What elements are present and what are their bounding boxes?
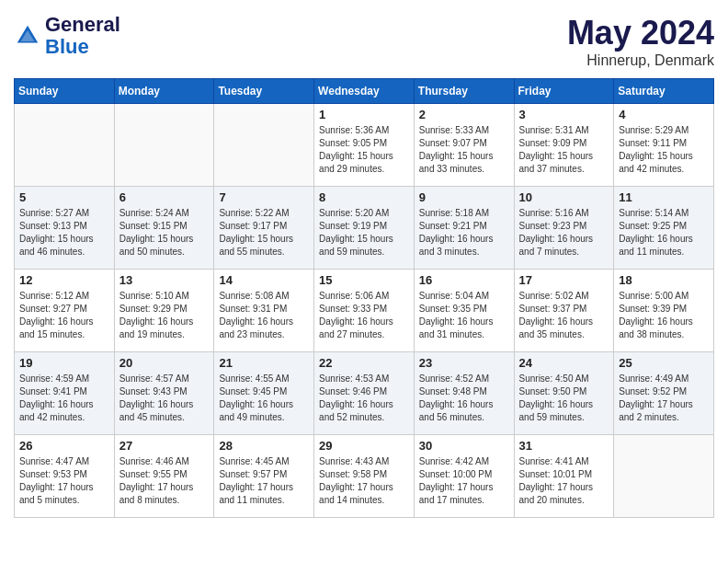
calendar-cell: 31Sunrise: 4:41 AM Sunset: 10:01 PM Dayl… <box>514 435 614 518</box>
day-info: Sunrise: 5:33 AM Sunset: 9:07 PM Dayligh… <box>419 124 509 176</box>
calendar-cell: 30Sunrise: 4:42 AM Sunset: 10:00 PM Dayl… <box>414 435 514 518</box>
day-info: Sunrise: 5:14 AM Sunset: 9:25 PM Dayligh… <box>619 207 709 259</box>
day-info: Sunrise: 4:53 AM Sunset: 9:46 PM Dayligh… <box>319 373 409 424</box>
calendar-cell <box>614 435 714 518</box>
calendar-cell: 27Sunrise: 4:46 AM Sunset: 9:55 PM Dayli… <box>114 435 214 518</box>
logo-text: General Blue <box>45 14 120 58</box>
day-info: Sunrise: 5:31 AM Sunset: 9:09 PM Dayligh… <box>519 124 609 176</box>
calendar-cell: 18Sunrise: 5:00 AM Sunset: 9:39 PM Dayli… <box>614 270 714 352</box>
calendar-cell: 11Sunrise: 5:14 AM Sunset: 9:25 PM Dayli… <box>614 187 714 270</box>
day-number: 31 <box>519 439 609 453</box>
day-number: 15 <box>319 273 409 287</box>
day-info: Sunrise: 4:47 AM Sunset: 9:53 PM Dayligh… <box>19 455 109 507</box>
calendar-cell: 25Sunrise: 4:49 AM Sunset: 9:52 PM Dayli… <box>614 352 714 435</box>
day-number: 9 <box>419 190 509 204</box>
day-info: Sunrise: 5:06 AM Sunset: 9:33 PM Dayligh… <box>319 290 409 341</box>
day-number: 20 <box>119 356 210 370</box>
day-number: 12 <box>19 273 109 287</box>
day-number: 30 <box>419 439 509 453</box>
calendar-cell: 14Sunrise: 5:08 AM Sunset: 9:31 PM Dayli… <box>214 270 314 352</box>
day-info: Sunrise: 4:42 AM Sunset: 10:00 PM Daylig… <box>419 455 509 507</box>
day-number: 5 <box>19 190 109 204</box>
calendar-cell: 4Sunrise: 5:29 AM Sunset: 9:11 PM Daylig… <box>614 104 714 187</box>
calendar-cell: 7Sunrise: 5:22 AM Sunset: 9:17 PM Daylig… <box>214 187 314 270</box>
day-number: 16 <box>419 273 509 287</box>
calendar-cell: 21Sunrise: 4:55 AM Sunset: 9:45 PM Dayli… <box>214 352 314 435</box>
day-number: 2 <box>419 108 509 121</box>
calendar-cell: 17Sunrise: 5:02 AM Sunset: 9:37 PM Dayli… <box>514 270 614 352</box>
calendar-cell: 1Sunrise: 5:36 AM Sunset: 9:05 PM Daylig… <box>314 104 415 187</box>
calendar-table: SundayMondayTuesdayWednesdayThursdayFrid… <box>14 78 714 518</box>
day-number: 26 <box>19 439 109 453</box>
month-title: May 2024 <box>567 14 714 52</box>
day-info: Sunrise: 5:22 AM Sunset: 9:17 PM Dayligh… <box>219 207 309 259</box>
week-row-2: 5Sunrise: 5:27 AM Sunset: 9:13 PM Daylig… <box>15 187 714 270</box>
day-info: Sunrise: 5:16 AM Sunset: 9:23 PM Dayligh… <box>519 207 609 259</box>
day-number: 4 <box>619 108 709 121</box>
day-info: Sunrise: 5:12 AM Sunset: 9:27 PM Dayligh… <box>19 290 109 341</box>
calendar-cell: 9Sunrise: 5:18 AM Sunset: 9:21 PM Daylig… <box>414 187 514 270</box>
weekday-header-saturday: Saturday <box>614 79 714 104</box>
day-info: Sunrise: 4:57 AM Sunset: 9:43 PM Dayligh… <box>119 373 210 424</box>
weekday-header-row: SundayMondayTuesdayWednesdayThursdayFrid… <box>15 79 714 104</box>
day-info: Sunrise: 4:43 AM Sunset: 9:58 PM Dayligh… <box>319 455 409 507</box>
calendar-cell: 15Sunrise: 5:06 AM Sunset: 9:33 PM Dayli… <box>314 270 415 352</box>
calendar-cell <box>214 104 314 187</box>
weekday-header-monday: Monday <box>114 79 214 104</box>
day-number: 1 <box>319 108 409 121</box>
day-number: 6 <box>119 190 210 204</box>
day-info: Sunrise: 4:49 AM Sunset: 9:52 PM Dayligh… <box>619 373 709 424</box>
calendar-cell: 29Sunrise: 4:43 AM Sunset: 9:58 PM Dayli… <box>314 435 415 518</box>
calendar-cell <box>15 104 115 187</box>
day-number: 14 <box>219 273 309 287</box>
day-info: Sunrise: 5:00 AM Sunset: 9:39 PM Dayligh… <box>619 290 709 341</box>
calendar-cell: 23Sunrise: 4:52 AM Sunset: 9:48 PM Dayli… <box>414 352 514 435</box>
day-info: Sunrise: 5:24 AM Sunset: 9:15 PM Dayligh… <box>119 207 210 259</box>
day-info: Sunrise: 5:29 AM Sunset: 9:11 PM Dayligh… <box>619 124 709 176</box>
calendar-cell: 8Sunrise: 5:20 AM Sunset: 9:19 PM Daylig… <box>314 187 415 270</box>
day-number: 29 <box>319 439 409 453</box>
day-number: 18 <box>619 273 709 287</box>
weekday-header-friday: Friday <box>514 79 614 104</box>
header: General Blue May 2024 Hinnerup, Denmark <box>14 14 714 69</box>
day-info: Sunrise: 4:52 AM Sunset: 9:48 PM Dayligh… <box>419 373 509 424</box>
day-info: Sunrise: 4:59 AM Sunset: 9:41 PM Dayligh… <box>19 373 109 424</box>
day-number: 7 <box>219 190 309 204</box>
day-number: 22 <box>319 356 409 370</box>
logo-icon <box>14 22 41 50</box>
day-info: Sunrise: 5:08 AM Sunset: 9:31 PM Dayligh… <box>219 290 309 341</box>
day-number: 25 <box>619 356 709 370</box>
day-number: 19 <box>19 356 109 370</box>
day-number: 23 <box>419 356 509 370</box>
day-info: Sunrise: 4:50 AM Sunset: 9:50 PM Dayligh… <box>519 373 609 424</box>
day-info: Sunrise: 4:55 AM Sunset: 9:45 PM Dayligh… <box>219 373 309 424</box>
calendar-cell: 20Sunrise: 4:57 AM Sunset: 9:43 PM Dayli… <box>114 352 214 435</box>
day-number: 11 <box>619 190 709 204</box>
week-row-5: 26Sunrise: 4:47 AM Sunset: 9:53 PM Dayli… <box>15 435 714 518</box>
logo: General Blue <box>14 14 120 58</box>
day-info: Sunrise: 5:20 AM Sunset: 9:19 PM Dayligh… <box>319 207 409 259</box>
calendar-cell: 26Sunrise: 4:47 AM Sunset: 9:53 PM Dayli… <box>15 435 115 518</box>
day-info: Sunrise: 4:45 AM Sunset: 9:57 PM Dayligh… <box>219 455 309 507</box>
weekday-header-sunday: Sunday <box>15 79 115 104</box>
day-info: Sunrise: 4:41 AM Sunset: 10:01 PM Daylig… <box>519 455 609 507</box>
weekday-header-thursday: Thursday <box>414 79 514 104</box>
day-number: 3 <box>519 108 609 121</box>
location-title: Hinnerup, Denmark <box>567 52 714 69</box>
day-info: Sunrise: 5:36 AM Sunset: 9:05 PM Dayligh… <box>319 124 409 176</box>
day-number: 10 <box>519 190 609 204</box>
day-info: Sunrise: 5:27 AM Sunset: 9:13 PM Dayligh… <box>19 207 109 259</box>
calendar-cell: 2Sunrise: 5:33 AM Sunset: 9:07 PM Daylig… <box>414 104 514 187</box>
week-row-3: 12Sunrise: 5:12 AM Sunset: 9:27 PM Dayli… <box>15 270 714 352</box>
calendar-cell: 3Sunrise: 5:31 AM Sunset: 9:09 PM Daylig… <box>514 104 614 187</box>
calendar-cell: 5Sunrise: 5:27 AM Sunset: 9:13 PM Daylig… <box>15 187 115 270</box>
calendar-cell: 12Sunrise: 5:12 AM Sunset: 9:27 PM Dayli… <box>15 270 115 352</box>
calendar-cell <box>114 104 214 187</box>
calendar-cell: 13Sunrise: 5:10 AM Sunset: 9:29 PM Dayli… <box>114 270 214 352</box>
day-info: Sunrise: 5:10 AM Sunset: 9:29 PM Dayligh… <box>119 290 210 341</box>
day-info: Sunrise: 5:02 AM Sunset: 9:37 PM Dayligh… <box>519 290 609 341</box>
week-row-4: 19Sunrise: 4:59 AM Sunset: 9:41 PM Dayli… <box>15 352 714 435</box>
calendar-cell: 6Sunrise: 5:24 AM Sunset: 9:15 PM Daylig… <box>114 187 214 270</box>
week-row-1: 1Sunrise: 5:36 AM Sunset: 9:05 PM Daylig… <box>15 104 714 187</box>
calendar-cell: 28Sunrise: 4:45 AM Sunset: 9:57 PM Dayli… <box>214 435 314 518</box>
